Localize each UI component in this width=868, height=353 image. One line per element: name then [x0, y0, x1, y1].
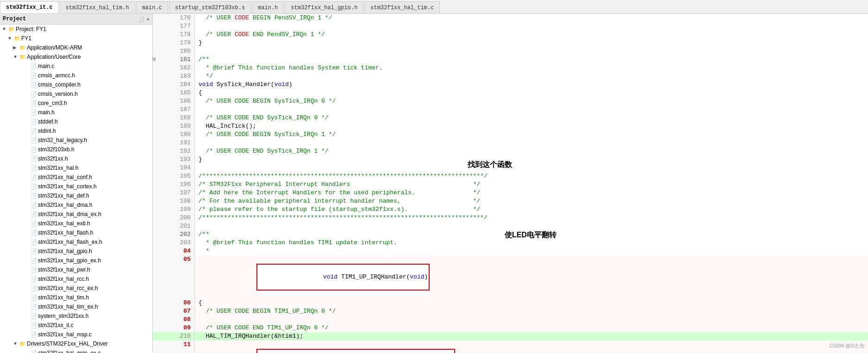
line-content-204: * — [194, 247, 868, 255]
line-num-189: 189 — [153, 122, 194, 130]
line-num-194: 194 — [153, 164, 194, 172]
tree-item-app-user-core[interactable]: ▼ 📁 Application/User/Core — [0, 52, 152, 62]
code-row-203: 203 * @brief This function handles TIM1 … — [153, 239, 868, 247]
tab-main-h[interactable]: main.h — [252, 1, 284, 13]
arrow-icon: ▼ — [2, 25, 8, 33]
tree-item-stm32f1xx-hal-rcc-ex-h[interactable]: 📄 stm32f1xx_hal_rcc_ex.h — [0, 284, 152, 293]
line-content-185: { — [194, 89, 868, 97]
code-row-198: 198 /* For the available peripheral inte… — [153, 197, 868, 205]
tree-item-stm32f1xx-hal-flash-h[interactable]: 📄 stm32f1xx_hal_flash.h — [0, 228, 152, 237]
tree-label: stm32f1xx_hal_rcc_ex.h — [38, 284, 98, 292]
sidebar-icon-2[interactable]: ✕ — [146, 16, 150, 22]
line-num-193: 193 — [153, 155, 194, 164]
tree-item-main-h[interactable]: 📄 main.h — [0, 108, 152, 117]
tree-item-stm32f1xx-hal-gpio-ex-h[interactable]: 📄 stm32f1xx_hal_gpio_ex.h — [0, 256, 152, 265]
tree-item-stm32f1xx-hal-pwr-h[interactable]: 📄 stm32f1xx_hal_pwr.h — [0, 265, 152, 274]
tree-item-stm32f1xx-hal-h[interactable]: 📄 stm32f1xx_hal.h — [0, 163, 152, 173]
tree-item-stm32f1xx-hal-gpio-ex-c[interactable]: 📄 stm32f1xx_hal_gpio_ex.c — [0, 348, 152, 353]
line-num-181: 181 ⊟ — [153, 56, 194, 64]
tree-item-stm32f1xx-h[interactable]: 📄 stm32f1xx.h — [0, 154, 152, 163]
tab-main-c[interactable]: main.c — [136, 1, 168, 13]
tree-item-app-mdk-arm[interactable]: ▶ 📁 Application/MDK-ARM — [0, 43, 152, 52]
file-icon: 📄 — [31, 238, 38, 246]
tree-item-cmsis-armcc-h[interactable]: 📄 cmsis_armcc.h — [0, 71, 152, 80]
tab-stm32f1xx-hal-gpio-h[interactable]: stm32f1xx_hal_gpio.h — [285, 1, 363, 13]
tree-item-main-c[interactable]: 📄 main.c — [0, 62, 152, 71]
code-row-185: 185 { — [153, 89, 868, 97]
line-content-199: /* please refer to the startup file (sta… — [194, 205, 868, 214]
tab-stm32f1xx-hal-tim-h[interactable]: stm32f1xx_hal_tim.h — [60, 1, 135, 13]
sidebar-tree[interactable]: ▼ 📁 Project: FY1 ▼ 📁 FY1 ▶ 📁 Application… — [0, 25, 152, 353]
sidebar-icon-1[interactable]: ⬜ — [138, 16, 144, 22]
code-row-204: 04 * — [153, 247, 868, 255]
line-num-187: 187 — [153, 105, 194, 114]
line-num-205: 05 — [153, 255, 194, 299]
code-row-181: 181 ⊟ /** — [153, 56, 868, 64]
tab-stm32f1xx-it-c[interactable]: stm32f1xx_it.c — [0, 1, 59, 13]
tree-item-stm32f1xx-hal-flash-ex-h[interactable]: 📄 stm32f1xx_hal_flash_ex.h — [0, 237, 152, 247]
file-icon: 📄 — [31, 312, 38, 320]
line-num-204: 04 — [153, 247, 194, 255]
line-content-197: /* Add here the Interrupt Handlers for t… — [194, 189, 868, 197]
line-content-206: { — [194, 299, 868, 307]
tree-item-stm32f1xx-hal-msp-c[interactable]: 📄 stm32f1xx_hal_msp.c — [0, 330, 152, 339]
line-content-210: HAL_TIM_IRQHandler(&htim1); — [194, 332, 868, 341]
sidebar: Project ⬜ ✕ ▼ 📁 Project: FY1 ▼ 📁 FY1 — [0, 14, 153, 353]
tree-item-stm32f1xx-hal-tim-ex-h[interactable]: 📄 stm32f1xx_hal_tim_ex.h — [0, 302, 152, 311]
tree-item-stm32f1xx-hal-gpio-h[interactable]: 📄 stm32f1xx_hal_gpio.h — [0, 247, 152, 256]
code-area[interactable]: 176 /* USER CODE BEGIN PendSV_IRQn 1 */ … — [153, 14, 868, 353]
tree-item-core-cm3-h[interactable]: 📄 core_cm3.h — [0, 99, 152, 108]
sidebar-title: Project — [3, 16, 26, 22]
tree-item-stm32f1xx-hal-dma-ex-h[interactable]: 📄 stm32f1xx_hal_dma_ex.h — [0, 210, 152, 219]
tree-item-stddef-h[interactable]: 📄 stddef.h — [0, 117, 152, 126]
tree-label: stm32f1xx_hal_exti.h — [38, 219, 90, 228]
tree-item-stm32f1xx-hal-cortex-h[interactable]: 📄 stm32f1xx_hal_cortex.h — [0, 182, 152, 191]
code-row-202: 202 /** — [153, 230, 868, 239]
code-row-179: 179 } — [153, 39, 868, 47]
tree-item-stm32f1xx-hal-def-h[interactable]: 📄 stm32f1xx_hal_def.h — [0, 191, 152, 200]
tree-item-stm32f1xx-hal-tim-h[interactable]: 📄 stm32f1xx_hal_tim.h — [0, 293, 152, 302]
line-content-188: /* USER CODE END SysTick_IRQn 0 */ — [194, 114, 868, 122]
tree-item-cmsis-version-h[interactable]: 📄 cmsis_version.h — [0, 89, 152, 99]
tree-label: Drivers/STM32F1xx_HAL_Driver — [27, 340, 108, 348]
folder-icon: 📁 — [19, 53, 27, 61]
file-icon: 📄 — [31, 108, 38, 117]
tree-item-stm32f1xx-hal-conf-h[interactable]: 📄 stm32f1xx_hal_conf.h — [0, 173, 152, 182]
tree-label: stdint.h — [38, 127, 56, 135]
line-num-197: 197 — [153, 189, 194, 197]
tree-item-stm32f1xx-hal-dma-h[interactable]: 📄 stm32f1xx_hal_dma.h — [0, 200, 152, 210]
file-icon: 📄 — [31, 229, 38, 237]
file-icon: 📄 — [31, 219, 38, 228]
code-row-193: 193 } — [153, 155, 868, 164]
file-icon: 📄 — [31, 256, 38, 265]
tab-stm32f1xx-hal-tim-c[interactable]: stm32f1xx_hal_tim.c — [364, 1, 440, 13]
tree-item-stm32f1xx-it-c[interactable]: 📄 stm32f1xx_it.c — [0, 321, 152, 330]
tree-item-project-fy1[interactable]: ▼ 📁 Project: FY1 — [0, 25, 152, 34]
line-content-192: /* USER CODE END SysTick_IRQn 1 */ — [194, 147, 868, 155]
tree-item-system-stm32f1xx-h[interactable]: 📄 system_stm32f1xx.h — [0, 311, 152, 321]
tree-label: stm32f1xx_hal_gpio.h — [38, 247, 92, 255]
code-row-207: 07 /* USER CODE BEGIN TIM1_UP_IRQn 0 */ — [153, 307, 868, 316]
tree-label: stm32f1xx_hal_cortex.h — [38, 182, 97, 191]
tree-item-cmsis-compiler-h[interactable]: 📄 cmsis_compiler.h — [0, 80, 152, 89]
tree-item-fy1[interactable]: ▼ 📁 FY1 — [0, 34, 152, 43]
code-row-199: 199 /* please refer to the startup file … — [153, 205, 868, 214]
tree-item-stm32f103xb-h[interactable]: 📄 stm32f103xb.h — [0, 145, 152, 154]
tree-item-stm32f1xx-hal-exti-h[interactable]: 📄 stm32f1xx_hal_exti.h — [0, 219, 152, 228]
tree-item-stm32-hal-legacy-h[interactable]: 📄 stm32_hal_legacy.h — [0, 136, 152, 145]
tree-item-stdint-h[interactable]: 📄 stdint.h — [0, 126, 152, 136]
tree-item-drivers-stm32f1xx-hal[interactable]: ▼ 📁 Drivers/STM32F1xx_HAL_Driver — [0, 339, 152, 348]
tree-item-stm32f1xx-hal-rcc-h[interactable]: 📄 stm32f1xx_hal_rcc.h — [0, 274, 152, 284]
folder-icon: 📁 — [8, 25, 16, 33]
tab-startup-stm32f103xb-s[interactable]: startup_stm32f103xb.s — [169, 1, 251, 13]
code-row-188: 188 /* USER CODE END SysTick_IRQn 0 */ — [153, 114, 868, 122]
file-icon: 📄 — [31, 201, 38, 209]
watermark: CSDN @D之光 — [830, 342, 864, 349]
tree-label: stm32f1xx_hal_pwr.h — [38, 266, 90, 274]
tree-label: stm32f103xb.h — [38, 145, 75, 154]
file-icon: 📄 — [31, 247, 38, 255]
sidebar-header: Project ⬜ ✕ — [0, 14, 152, 25]
code-row-195: 195 /***********************************… — [153, 172, 868, 180]
line-num-182: 182 — [153, 64, 194, 72]
code-row-184: 184 void SysTick_Handler(void) — [153, 81, 868, 89]
